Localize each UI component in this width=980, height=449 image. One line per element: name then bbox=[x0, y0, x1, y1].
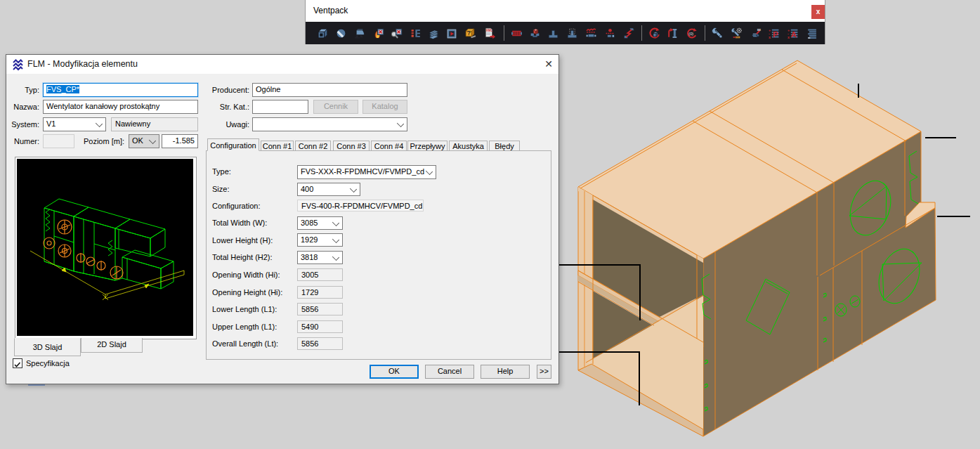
svg-text:x: x bbox=[769, 35, 771, 39]
svg-text:P: P bbox=[773, 30, 778, 39]
svg-text:(0): (0) bbox=[688, 32, 693, 36]
svg-text:IRU: IRU bbox=[736, 36, 739, 39]
svg-text:?: ? bbox=[467, 30, 471, 37]
svg-text:XML: XML bbox=[486, 29, 493, 32]
svg-text:A: A bbox=[791, 30, 797, 39]
svg-text:x: x bbox=[788, 35, 790, 39]
svg-text:xx: xx bbox=[757, 28, 762, 32]
